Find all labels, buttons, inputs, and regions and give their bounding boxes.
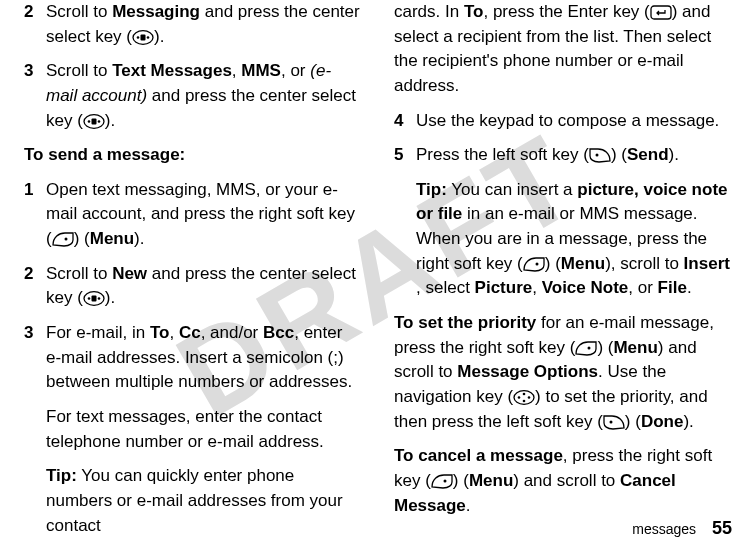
step-number: 2 <box>24 262 46 311</box>
text: ) ( <box>611 145 627 164</box>
text: . <box>466 496 471 515</box>
paragraph: For text messages, enter the contact tel… <box>46 405 362 454</box>
text: , select <box>416 278 475 297</box>
text: , or <box>281 61 310 80</box>
text: , or <box>628 278 657 297</box>
text: , <box>232 61 241 80</box>
ui-label: Menu <box>90 229 134 248</box>
ui-label: Message Options <box>457 362 598 381</box>
center-key-icon <box>83 114 105 129</box>
left-softkey-icon <box>589 148 611 163</box>
text: ), scroll to <box>605 254 683 273</box>
step-body: Open text messaging, MMS, or your e-mail… <box>46 178 362 252</box>
step-body: Scroll to Text Messages, MMS, or (e-mail… <box>46 59 362 133</box>
tip-label: Tip: <box>46 466 77 485</box>
continuation: cards. In To, press the Enter key () and… <box>394 0 732 99</box>
center-key-icon <box>132 30 154 45</box>
text: ) and scroll to <box>513 471 620 490</box>
step-number: 2 <box>24 0 46 49</box>
footer: messages 55 <box>632 515 732 541</box>
page-columns: 2 Scroll to Messaging and press the cent… <box>0 0 756 548</box>
step-number: 1 <box>24 178 46 252</box>
ui-label: To <box>150 323 170 342</box>
step-4: 4 Use the keypad to compose a message. <box>394 109 732 134</box>
text: ). <box>154 27 164 46</box>
ui-label: Messaging <box>112 2 200 21</box>
center-key-icon <box>83 291 105 306</box>
text: You can insert a <box>447 180 577 199</box>
text: ) ( <box>625 412 641 431</box>
right-softkey-icon <box>523 257 545 272</box>
left-softkey-icon <box>603 415 625 430</box>
ui-label: Insert <box>684 254 730 273</box>
ui-label: Bcc <box>263 323 294 342</box>
text: ) ( <box>453 471 469 490</box>
step-3b: 3 For e-mail, in To, Cc, and/or Bcc, ent… <box>24 321 362 395</box>
ui-label: Cc <box>179 323 201 342</box>
step-2: 2 Scroll to Messaging and press the cent… <box>24 0 362 49</box>
text: , press the Enter key ( <box>483 2 649 21</box>
text: Scroll to <box>46 2 112 21</box>
step-number: 3 <box>24 321 46 395</box>
ui-label: Menu <box>561 254 605 273</box>
ui-label: Done <box>641 412 684 431</box>
step-5: 5 Press the left soft key () (Send). <box>394 143 732 168</box>
step-2b: 2 Scroll to New and press the center sel… <box>24 262 362 311</box>
text: ). <box>105 111 115 130</box>
text: . <box>687 278 692 297</box>
ui-label: MMS <box>241 61 281 80</box>
ui-label: To <box>464 2 484 21</box>
text: , <box>532 278 541 297</box>
text: ). <box>683 412 693 431</box>
step-body: Use the keypad to compose a message. <box>416 109 732 134</box>
step-body: Scroll to New and press the center selec… <box>46 262 362 311</box>
text: ) ( <box>597 338 613 357</box>
step-number: 4 <box>394 109 416 134</box>
step-number: 3 <box>24 59 46 133</box>
bold-text: To cancel a message <box>394 446 563 465</box>
step-number: 5 <box>394 143 416 168</box>
text: Press the left soft key ( <box>416 145 589 164</box>
ui-label: File <box>658 278 687 297</box>
step-body: Scroll to Messaging and press the center… <box>46 0 362 49</box>
text: ) ( <box>545 254 561 273</box>
enter-key-icon <box>650 5 672 20</box>
cancel-paragraph: To cancel a message, press the right sof… <box>394 444 732 518</box>
text: ). <box>134 229 144 248</box>
text: ). <box>669 145 679 164</box>
ui-label: Text Messages <box>112 61 232 80</box>
step-3: 3 Scroll to Text Messages, MMS, or (e-ma… <box>24 59 362 133</box>
right-column: cards. In To, press the Enter key () and… <box>394 0 732 548</box>
text: , and/or <box>201 323 263 342</box>
text: ) ( <box>74 229 90 248</box>
text: , <box>169 323 178 342</box>
text: For e-mail, in <box>46 323 150 342</box>
step-body: For e-mail, in To, Cc, and/or Bcc, enter… <box>46 321 362 395</box>
step-1: 1 Open text messaging, MMS, or your e-ma… <box>24 178 362 252</box>
tip: Tip: You can quickly enter phone numbers… <box>46 464 362 538</box>
ui-label: Picture <box>475 278 533 297</box>
right-softkey-icon <box>575 341 597 356</box>
text: You can quickly enter phone numbers or e… <box>46 466 343 534</box>
ui-label: Menu <box>613 338 657 357</box>
priority-paragraph: To set the priority for an e-mail messag… <box>394 311 732 434</box>
step-body: Press the left soft key () (Send). <box>416 143 732 168</box>
tip-label: Tip: <box>416 180 447 199</box>
bold-text: To set the priority <box>394 313 536 332</box>
right-softkey-icon <box>52 232 74 247</box>
ui-label: Menu <box>469 471 513 490</box>
heading-send: To send a message: <box>24 143 362 168</box>
section-name: messages <box>632 521 696 537</box>
tip: Tip: You can insert a picture, voice not… <box>416 178 732 301</box>
text: cards. In <box>394 2 464 21</box>
nav-key-icon <box>513 390 535 405</box>
left-column: 2 Scroll to Messaging and press the cent… <box>24 0 362 548</box>
text: Scroll to <box>46 264 112 283</box>
ui-label: Voice Note <box>542 278 629 297</box>
page-number: 55 <box>712 518 732 538</box>
right-softkey-icon <box>431 474 453 489</box>
text: Scroll to <box>46 61 112 80</box>
ui-label: New <box>112 264 147 283</box>
text: ). <box>105 288 115 307</box>
ui-label: Send <box>627 145 669 164</box>
